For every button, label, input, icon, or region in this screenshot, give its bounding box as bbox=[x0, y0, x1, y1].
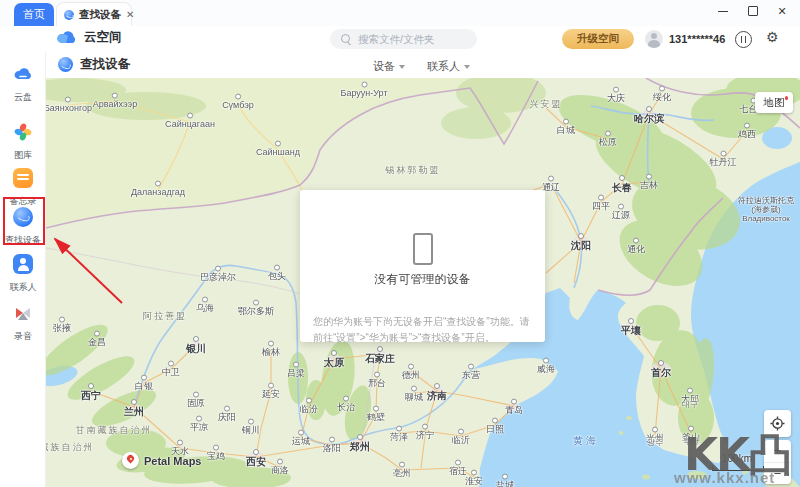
search-input[interactable] bbox=[330, 29, 477, 49]
sidebar-item-find-device[interactable]: 查找设备 bbox=[0, 207, 46, 247]
sidebar-item-cloud-drive[interactable]: 云盘 bbox=[0, 64, 46, 104]
avatar[interactable] bbox=[645, 30, 663, 48]
sidebar-item-notes[interactable]: 备忘录 bbox=[0, 168, 46, 208]
petal-maps-label: Petal Maps bbox=[144, 455, 201, 467]
no-device-dialog: 没有可管理的设备 您的华为账号下尚无设备开启“查找设备”功能。请前往“设置”>“… bbox=[300, 190, 545, 342]
upgrade-space-button[interactable]: 升级空间 bbox=[562, 29, 634, 49]
cloud-logo-icon bbox=[56, 30, 78, 46]
sidebar-item-label: 录音 bbox=[1, 330, 45, 342]
find-device-icon bbox=[58, 57, 73, 72]
tab-close-icon[interactable]: ✕ bbox=[126, 10, 134, 20]
contact-filter-label: 联系人 bbox=[427, 59, 460, 74]
window-close-button[interactable]: ✕ bbox=[770, 0, 794, 22]
map-pin-icon bbox=[122, 452, 139, 469]
cloud-drive-icon bbox=[13, 64, 33, 84]
find-device-icon bbox=[64, 10, 74, 20]
tab-home[interactable]: 首页 bbox=[14, 3, 54, 26]
titlebar: 首页 查找设备 ✕ ✕ bbox=[0, 0, 800, 27]
sidebar: 云盘 图库 备忘录 查找设备 联系人 bbox=[0, 52, 46, 487]
dialog-description: 您的华为账号下尚无设备开启“查找设备”功能。请前往“设置”>“华为账号”>“查找… bbox=[313, 314, 532, 345]
petal-maps-logo: Petal Maps bbox=[122, 452, 201, 469]
sidebar-item-label: 联系人 bbox=[1, 281, 45, 293]
chevron-down-icon bbox=[464, 65, 470, 69]
brand: 云空间 bbox=[56, 29, 122, 46]
account-number[interactable]: 131******46 bbox=[669, 33, 725, 45]
window-minimize-button[interactable] bbox=[711, 0, 735, 22]
toolbar: 云空间 升级空间 131******46 ⚙ bbox=[0, 26, 800, 52]
find-device-icon bbox=[13, 207, 33, 227]
contacts-icon bbox=[13, 254, 33, 274]
tab-label: 查找设备 bbox=[79, 8, 121, 22]
page-title: 查找设备 bbox=[58, 56, 130, 73]
device-filter-dropdown[interactable]: 设备 bbox=[373, 59, 405, 74]
sidebar-item-label: 图库 bbox=[1, 149, 45, 161]
minimize-icon bbox=[718, 11, 728, 12]
window-maximize-button[interactable] bbox=[741, 0, 765, 22]
close-icon: ✕ bbox=[777, 6, 786, 17]
gallery-icon bbox=[13, 122, 33, 142]
chevron-down-icon bbox=[399, 65, 405, 69]
page-title-label: 查找设备 bbox=[80, 56, 130, 73]
maximize-icon bbox=[748, 6, 758, 16]
search-icon bbox=[341, 34, 350, 43]
map-canvas[interactable]: БаянхонгорАрвайхээрСүмбэрСайнцагаанСайнш… bbox=[46, 78, 800, 487]
notes-icon bbox=[13, 168, 33, 188]
device-filter-label: 设备 bbox=[373, 59, 395, 74]
dialog-title: 没有可管理的设备 bbox=[300, 271, 545, 288]
sidebar-item-label: 查找设备 bbox=[1, 234, 45, 246]
contact-filter-dropdown[interactable]: 联系人 bbox=[427, 59, 470, 74]
content-header: 查找设备 设备 联系人 bbox=[46, 52, 800, 79]
sidebar-item-contacts[interactable]: 联系人 bbox=[0, 254, 46, 294]
sidebar-item-gallery[interactable]: 图库 bbox=[0, 122, 46, 162]
sidebar-item-label: 云盘 bbox=[1, 91, 45, 103]
watermark-url: www.kkx.net bbox=[674, 469, 775, 486]
gear-icon[interactable]: ⚙ bbox=[766, 29, 779, 45]
phone-icon bbox=[413, 233, 433, 265]
app-window: 首页 查找设备 ✕ ✕ 云空间 升级空间 131******46 ⚙ 查找设备 bbox=[0, 0, 800, 487]
sidebar-item-label: 备忘录 bbox=[1, 195, 45, 207]
map-layer-button[interactable]: 地图 bbox=[755, 92, 793, 113]
brand-name: 云空间 bbox=[84, 29, 122, 46]
sidebar-item-recordings[interactable]: 录音 bbox=[0, 303, 46, 343]
transfer-tasks-icon[interactable] bbox=[735, 31, 752, 48]
recorder-icon bbox=[13, 303, 33, 323]
tab-find-device[interactable]: 查找设备 ✕ bbox=[56, 2, 132, 26]
